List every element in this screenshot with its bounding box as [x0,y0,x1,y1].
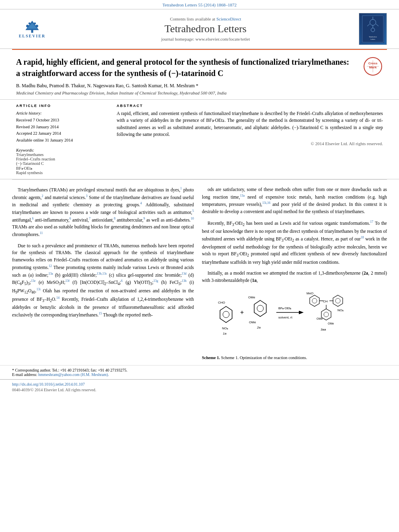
svg-text:1a: 1a [223,332,226,335]
article-info-label: ARTICLE INFO [16,104,101,108]
svg-text:+: + [240,309,244,316]
elsevier-tree-icon [22,20,42,34]
svg-text:OMe: OMe [249,320,256,324]
scheme-1-diagram: CHO NO₂ 1a + OMe O [202,288,387,351]
svg-text:OMe: OMe [328,322,334,325]
svg-text:MeO: MeO [306,292,313,295]
article-title-row: A rapid, highly efficient, and general p… [16,56,383,79]
svg-text:BF₃·OEt₂: BF₃·OEt₂ [278,306,291,310]
body-section: Triarylmethanes (TRAMs) are privileged s… [0,180,399,365]
corresponding-note: * Corresponding author. Tel.: +91 40 271… [12,368,387,372]
sciencedirect-link[interactable]: ScienceDirect [216,16,241,21]
issn-copyright: 0040-4039/© 2014 Elsevier Ltd. All right… [12,388,387,392]
body-para-4: Recently, BF3·OEt2 has been used as Lewi… [202,220,387,266]
affiliation: Medicinal Chemistry and Pharmacology Div… [16,90,383,95]
body-col-right: ods are satisfactory, some of these meth… [202,186,387,361]
svg-text:3aa: 3aa [321,328,326,331]
svg-point-4 [35,25,38,28]
publisher-logo: ELSEVIER [8,20,56,38]
svg-point-5 [29,23,31,25]
journal-cover-image: Tetrahedron Letters [359,13,387,45]
footnote-section: * Corresponding author. Tel.: +91 40 271… [0,365,399,379]
body-col-left: Triarylmethanes (TRAMs) are privileged s… [12,186,194,361]
abstract-label: ABSTRACT [117,104,383,108]
keyword-5: Rapid synthesis [16,170,101,175]
journal-homepage: journal homepage: www.elsevier.com/locat… [56,37,355,41]
contents-available: Contents lists available at ScienceDirec… [56,16,355,21]
svg-text:CHO: CHO [218,301,225,304]
abstract-text: A rapid, efficient, and convenient synth… [117,110,383,138]
keywords-section: Keywords: Triarylmethanes Friedel–Crafts… [16,148,101,175]
svg-point-3 [26,25,29,28]
keyword-1: Triarylmethanes [16,152,101,157]
scheme-container: CHO NO₂ 1a + OMe O [202,288,387,361]
received: Received 7 October 2013 [16,117,101,124]
svg-rect-22 [202,288,387,351]
email-address[interactable]: hmmeshram@yahoo.com (H.M. Meshram). [38,372,109,377]
svg-text:OMe: OMe [248,296,255,299]
article-info-row: ARTICLE INFO Article history: Received 7… [0,100,399,179]
revised: Revised 20 January 2014 [16,124,101,131]
keyword-4: BF₃·OEt₃ [16,166,101,170]
cover-art-icon: Tetrahedron Letters [361,15,385,43]
journal-header: ELSEVIER Contents lists available at Sci… [0,9,399,49]
available-online: Available online 31 January 2014 [16,137,101,144]
abstract-section: ABSTRACT A rapid, efficient, and conveni… [109,104,383,175]
crossmark-icon: Cross Mark [363,56,383,76]
body-para-1: Triarylmethanes (TRAMs) are privileged s… [12,186,194,238]
article-history: Article history: Received 7 October 2013… [16,110,101,144]
journal-title: Tetrahedron Letters [56,23,355,35]
authors: B. Madhu Babu, Pramod B. Thakur, N. Nage… [16,83,383,89]
keyword-3: (−)-Tatarinoid C [16,161,101,166]
footer: http://dx.doi.org/10.1016/j.tetlet.2014.… [0,379,399,394]
svg-point-6 [34,23,36,25]
journal-cover: Tetrahedron Letters [355,13,391,45]
svg-text:2a: 2a [257,326,261,329]
svg-text:Letters: Letters [370,39,375,40]
svg-text:solvent, rt: solvent, rt [278,316,292,319]
keywords-label: Keywords: [16,148,101,152]
svg-text:NO₂: NO₂ [337,308,343,312]
email-line: E-mail address: hmmeshram@yahoo.com (H.M… [12,372,387,377]
journal-citation: Tetrahedron Letters 55 (2014) 1868–1872 [0,0,399,9]
svg-text:OMe: OMe [317,317,323,320]
accepted: Accepted 22 January 2014 [16,130,101,137]
copyright: © 2014 Elsevier Ltd. All rights reserved… [117,141,383,146]
svg-text:Tetrahedron: Tetrahedron [369,36,377,38]
crossmark-badge: Cross Mark [363,56,383,76]
article-title: A rapid, highly efficient, and general p… [16,56,355,79]
history-label: Article history: [16,110,101,117]
journal-info-center: Contents lists available at ScienceDirec… [56,16,355,41]
article-title-section: A rapid, highly efficient, and general p… [0,50,399,100]
keyword-2: Friedel–Crafts reaction [16,157,101,161]
svg-text:NO₂: NO₂ [222,327,228,330]
page: Tetrahedron Letters 55 (2014) 1868–1872 … [0,0,399,532]
elsevier-label: ELSEVIER [19,34,46,38]
body-para-3: ods are satisfactory, some of these meth… [202,186,387,216]
body-para-2: Due to such a prevalence and prominence … [12,242,194,319]
article-info-panel: ARTICLE INFO Article history: Received 7… [16,104,109,175]
doi-link[interactable]: http://dx.doi.org/10.1016/j.tetlet.2014.… [12,382,387,386]
body-para-5: Initially, as a model reaction we attemp… [202,270,387,284]
svg-text:CH: CH [323,300,328,303]
scheme-caption: Scheme 1. Scheme 1. Optimization of the … [202,355,383,361]
